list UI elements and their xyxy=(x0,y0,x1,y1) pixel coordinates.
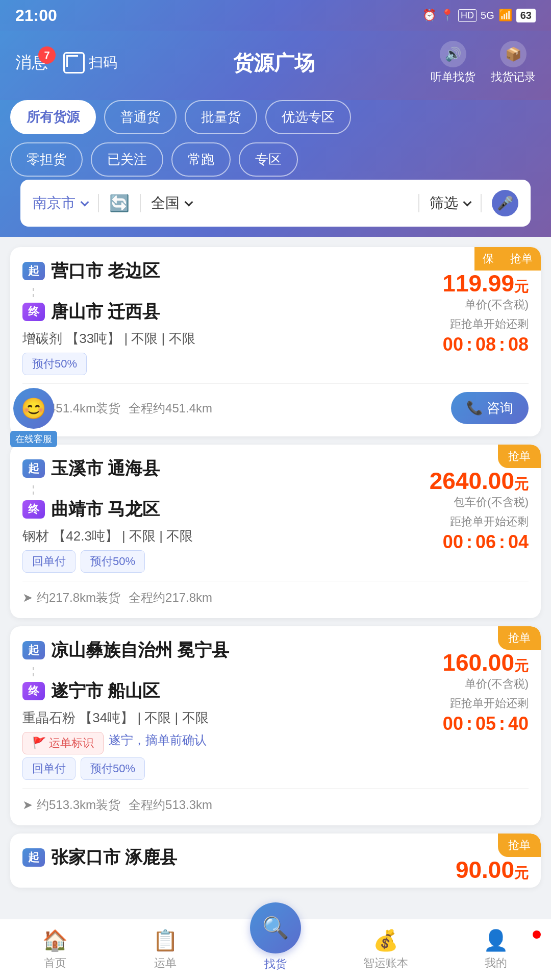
price-value: 119.99 xyxy=(442,270,514,297)
card-price-3: 160.00元 xyxy=(442,651,529,674)
search-divider xyxy=(98,194,99,212)
width-2: 不限 xyxy=(129,528,156,544)
price-unit-4: 元 xyxy=(514,865,529,881)
dest-city: 唐山市 迁西县 xyxy=(51,300,160,324)
listen-order-button[interactable]: 🔊 听单找货 xyxy=(431,41,475,85)
card-footer-1: ➤ 约451.4km装货 全程约451.4km 📞 咨询 xyxy=(22,383,529,424)
qiang-badge-2: 抢单 xyxy=(498,445,541,468)
dist-load-3: 约513.3km装货 xyxy=(37,797,120,813)
search-divider-2 xyxy=(140,194,141,212)
goods-name-2: 钢材 xyxy=(22,528,49,544)
scan-button[interactable]: 扫码 xyxy=(63,52,117,74)
destination-selector[interactable]: 全国 xyxy=(151,193,408,213)
price-unit-2: 元 xyxy=(514,476,529,492)
refresh-button[interactable]: 🔄 xyxy=(109,193,130,213)
weight: 33吨 xyxy=(79,331,107,346)
zhong-tag-2: 终 xyxy=(22,500,45,519)
nav-orders[interactable]: 📋 运单 xyxy=(110,928,220,971)
cd-s-3: 40 xyxy=(508,713,529,734)
origin-city: 营口市 老边区 xyxy=(51,259,160,283)
nav-home[interactable]: 🏠 首页 xyxy=(0,928,110,971)
home-icon: 🏠 xyxy=(42,928,68,952)
goods-name-3: 重晶石粉 xyxy=(22,710,76,725)
orders-label: 运单 xyxy=(154,955,177,971)
bao-badge: 保 xyxy=(474,247,502,271)
filter-tab-regular[interactable]: 常跑 xyxy=(171,142,231,177)
city-selector[interactable]: 南京市 xyxy=(33,193,88,213)
bottom-nav: 🏠 首页 📋 运单 🔍 找货 💰 智运账本 👤 我的 xyxy=(0,919,551,980)
header: 消息 7 扫码 货源广场 🔊 听单找货 📦 找货记录 xyxy=(0,31,551,100)
tag-note: 遂宁，摘单前确认 xyxy=(109,732,207,754)
nav-account[interactable]: 💰 智运账本 xyxy=(331,928,441,971)
cd-h-2: 00 xyxy=(443,531,463,553)
5g-icon: 5G xyxy=(481,10,494,21)
route-dotted-3 xyxy=(33,667,34,679)
cargo-card-2: 抢单 起 玉溪市 通海县 终 曲靖市 马龙区 钢材 【42.3吨】 | 不限 |… xyxy=(10,445,541,618)
header-actions: 🔊 听单找货 📦 找货记录 xyxy=(431,41,536,85)
price-value-4: 90.00 xyxy=(456,856,514,883)
qi-tag-2: 起 xyxy=(22,459,45,478)
find-icon: 🔍 xyxy=(262,915,289,940)
nav-mine[interactable]: 👤 我的 xyxy=(441,928,551,971)
tag-prepay-3: 预付50% xyxy=(81,757,145,780)
tag-hd-2: 回单付 xyxy=(22,550,76,573)
status-bar: 21:00 ⏰ 📍 HD 5G 📶 63 xyxy=(0,0,551,31)
filter-chevron-icon xyxy=(463,198,472,207)
filter-tab-zone[interactable]: 专区 xyxy=(239,142,298,177)
dest-city-3: 遂宁市 船山区 xyxy=(51,679,160,703)
card-price-2: 2640.00元 xyxy=(430,469,529,493)
dist-total-3: 全程约513.3km xyxy=(129,797,212,813)
dist-total: 全程约451.4km xyxy=(129,400,212,416)
history-button[interactable]: 📦 找货记录 xyxy=(491,41,536,85)
history-icon: 📦 xyxy=(500,41,527,67)
card-footer-3: ➤ 约513.3km装货 全程约513.3km xyxy=(22,788,529,813)
filter-tab-all[interactable]: 所有货源 xyxy=(10,100,96,134)
width: 不限 xyxy=(131,331,158,346)
price-value-2: 2640.00 xyxy=(430,468,514,494)
qiang-badge: 抢单 xyxy=(502,247,541,271)
weight-3: 34吨 xyxy=(92,710,120,725)
tag-yundan: 🚩 运单标识 xyxy=(22,732,104,754)
filter-tab-followed[interactable]: 已关注 xyxy=(91,142,163,177)
price-desc-1: 单价(不含税) xyxy=(442,297,529,312)
card-tags-1: 预付50% xyxy=(22,353,529,375)
nav-icon-2: ➤ xyxy=(22,591,33,605)
mine-label: 我的 xyxy=(485,955,507,971)
cargo-card-3: 抢单 起 凉山彝族自治州 冕宁县 终 遂宁市 船山区 重晶石粉 【34吨】 | … xyxy=(10,626,541,825)
online-service[interactable]: 😊 在线客服 xyxy=(10,388,57,447)
route-dotted-2 xyxy=(33,485,34,498)
city-chevron-icon xyxy=(81,198,89,207)
page-title: 货源广场 xyxy=(233,49,315,77)
origin-city-3: 凉山彝族自治州 冕宁县 xyxy=(51,639,229,662)
weight-2: 42.3吨 xyxy=(66,528,105,544)
search-bar: 南京市 🔄 全国 筛选 🎤 xyxy=(20,180,531,227)
message-button[interactable]: 消息 7 xyxy=(15,52,48,74)
filter-tab-premium[interactable]: 优选专区 xyxy=(265,100,351,134)
height: 不限 xyxy=(169,331,195,346)
tag-prepay: 预付50% xyxy=(22,353,87,375)
price-desc-2: 包车价(不含税) xyxy=(430,495,529,510)
scan-label: 扫码 xyxy=(89,53,117,72)
filter-tab-normal[interactable]: 普通货 xyxy=(104,100,177,134)
dest-city-2: 曲靖市 马龙区 xyxy=(51,498,160,521)
voice-button[interactable]: 🎤 xyxy=(492,190,518,216)
cd-h: 00 xyxy=(443,334,463,355)
card-badge-1: 保 抢单 xyxy=(474,247,541,271)
filter-button[interactable]: 筛选 xyxy=(430,193,470,213)
dist-load-2: 约217.8km装货 xyxy=(37,590,120,606)
consult-button[interactable]: 📞 咨询 xyxy=(451,392,529,424)
width-3: 不限 xyxy=(144,710,171,725)
card-price-area-3: 160.00元 单价(不含税) 距抢单开始还剩 00 : 05 : 40 xyxy=(442,651,529,734)
card-distance-3: ➤ 约513.3km装货 全程约513.3km xyxy=(22,797,212,813)
filter-row-1: 所有货源 普通货 批量货 优选专区 xyxy=(10,100,541,134)
card-tags-3a: 🚩 运单标识 遂宁，摘单前确认 xyxy=(22,732,529,754)
home-label: 首页 xyxy=(44,955,66,971)
find-center-button[interactable]: 🔍 xyxy=(250,902,301,953)
filter-tab-bulk[interactable]: 批量货 xyxy=(185,100,257,134)
zhong-tag-3: 终 xyxy=(22,682,45,700)
nav-find[interactable]: 🔍 找货 xyxy=(220,928,331,972)
countdown-label-3: 距抢单开始还剩 xyxy=(442,696,529,711)
filter-tab-ltl[interactable]: 零担货 xyxy=(10,142,83,177)
countdown-1: 00 : 08 : 08 xyxy=(442,334,529,355)
origin-city-4: 张家口市 涿鹿县 xyxy=(51,846,177,869)
